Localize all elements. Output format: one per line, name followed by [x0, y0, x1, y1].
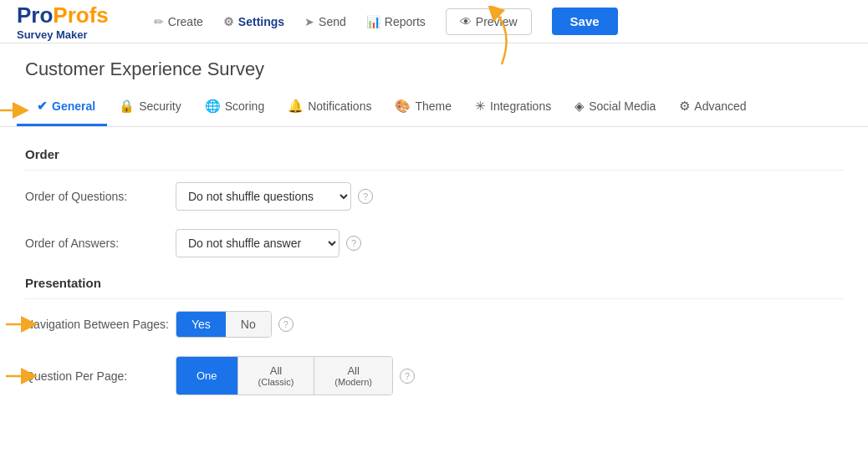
- order-questions-label: Order of Questions:: [25, 190, 176, 203]
- order-questions-row: Order of Questions: Do not shuffle quest…: [25, 182, 843, 211]
- tab-scoring-label: Scoring: [225, 99, 264, 113]
- tab-integrations-label: Integrations: [490, 99, 551, 113]
- qpp-all-modern-button[interactable]: All (Modern): [314, 357, 392, 394]
- qpp-all-classic-label: All: [270, 364, 282, 377]
- nav-send-label: Send: [319, 15, 346, 28]
- qpp-one-button[interactable]: One: [176, 357, 238, 394]
- qpp-help-icon[interactable]: ?: [400, 369, 415, 384]
- page-title-area: Customer Experience Survey: [0, 43, 868, 89]
- bell-icon: 🔔: [288, 99, 304, 114]
- integration-icon: ✳: [475, 99, 486, 114]
- nav-no-button[interactable]: No: [226, 312, 271, 337]
- preview-label: Preview: [476, 15, 518, 28]
- tab-social-media-label: Social Media: [589, 99, 656, 113]
- tab-social-media[interactable]: ◈ Social Media: [563, 89, 667, 126]
- top-nav: Pro Profs Survey Maker ✏ Create ⚙ Settin…: [0, 0, 868, 43]
- tabs-area: ✔ General 🔒 Security 🌐 Scoring 🔔 Notific…: [0, 89, 868, 127]
- preview-button[interactable]: 👁 Preview: [446, 8, 532, 35]
- nav-toggle-group: Yes No: [176, 311, 272, 338]
- qpp-all-classic-button[interactable]: All (Classic): [238, 357, 315, 394]
- order-answers-label: Order of Answers:: [25, 237, 176, 250]
- social-icon: ◈: [574, 99, 585, 114]
- nav-pages-help-icon[interactable]: ?: [278, 317, 294, 332]
- order-questions-control: Do not shuffle questions Shuffle questio…: [176, 182, 373, 211]
- tab-scoring[interactable]: 🌐 Scoring: [193, 89, 276, 126]
- qpp-label: Question Per Page:: [25, 369, 176, 383]
- order-answers-control: Do not shuffle answer Shuffle answers ?: [176, 229, 361, 257]
- nav-create-label: Create: [168, 15, 203, 28]
- palette-icon: 🎨: [395, 99, 411, 114]
- nav-pages-control: Yes No ?: [176, 311, 294, 338]
- globe-icon: 🌐: [205, 99, 221, 114]
- nav-pages-row: Navigation Between Pages: Yes No ?: [25, 311, 843, 338]
- nav-reports-label: Reports: [385, 15, 426, 28]
- logo: Pro Profs Survey Maker: [17, 3, 109, 41]
- nav-settings-label: Settings: [238, 15, 284, 28]
- presentation-section: Presentation Navigation Between Pages: Y…: [25, 276, 843, 395]
- tab-integrations[interactable]: ✳ Integrations: [463, 89, 563, 126]
- tab-advanced-label: Advanced: [694, 99, 746, 113]
- page-title: Customer Experience Survey: [25, 59, 843, 80]
- nav-reports[interactable]: 📊 Reports: [366, 15, 426, 28]
- tab-security[interactable]: 🔒 Security: [107, 89, 193, 126]
- content-area: Order Order of Questions: Do not shuffle…: [0, 127, 868, 434]
- tab-notifications-label: Notifications: [308, 99, 371, 113]
- tab-general[interactable]: ✔ General: [17, 89, 107, 126]
- nav-send[interactable]: ➤ Send: [304, 15, 346, 28]
- save-button[interactable]: Save: [552, 8, 618, 35]
- tab-advanced[interactable]: ⚙ Advanced: [667, 89, 758, 126]
- tab-general-label: General: [52, 99, 95, 113]
- qpp-all-classic-sub: (Classic): [258, 377, 294, 387]
- qpp-row: Question Per Page: One All (Classic) All…: [25, 356, 843, 395]
- qpp-control: One All (Classic) All (Modern) ?: [176, 356, 415, 395]
- chart-icon: 📊: [366, 15, 380, 28]
- order-answers-help-icon[interactable]: ?: [346, 236, 361, 251]
- advanced-gear-icon: ⚙: [679, 99, 690, 114]
- order-section: Order Order of Questions: Do not shuffle…: [25, 147, 843, 257]
- send-icon: ➤: [304, 15, 314, 28]
- logo-pro: Pro: [17, 3, 53, 28]
- presentation-section-title: Presentation: [25, 276, 843, 299]
- logo-profs: Profs: [53, 3, 108, 28]
- logo-sub: Survey Maker: [17, 28, 88, 41]
- tab-theme-label: Theme: [415, 99, 452, 113]
- order-questions-dropdown[interactable]: Do not shuffle questions Shuffle questio…: [176, 182, 351, 211]
- order-section-title: Order: [25, 147, 843, 171]
- tab-theme[interactable]: 🎨 Theme: [383, 89, 463, 126]
- tab-security-label: Security: [139, 99, 181, 113]
- order-answers-row: Order of Answers: Do not shuffle answer …: [25, 229, 843, 257]
- nav-create[interactable]: ✏ Create: [154, 15, 203, 28]
- gear-icon: ⚙: [223, 15, 234, 28]
- lock-icon: 🔒: [119, 99, 135, 114]
- qpp-all-modern-label: All: [347, 364, 359, 377]
- eye-icon: 👁: [460, 15, 472, 28]
- pencil-icon: ✏: [154, 15, 164, 28]
- nav-settings[interactable]: ⚙ Settings: [223, 15, 284, 28]
- qpp-group: One All (Classic) All (Modern): [176, 356, 393, 395]
- tab-notifications[interactable]: 🔔 Notifications: [276, 89, 383, 126]
- qpp-all-modern-sub: (Modern): [334, 377, 372, 387]
- nav-yes-button[interactable]: Yes: [176, 312, 226, 337]
- nav-pages-label: Navigation Between Pages:: [25, 318, 176, 331]
- check-circle-icon: ✔: [37, 99, 48, 114]
- order-answers-dropdown[interactable]: Do not shuffle answer Shuffle answers: [176, 229, 340, 257]
- order-questions-help-icon[interactable]: ?: [358, 189, 373, 204]
